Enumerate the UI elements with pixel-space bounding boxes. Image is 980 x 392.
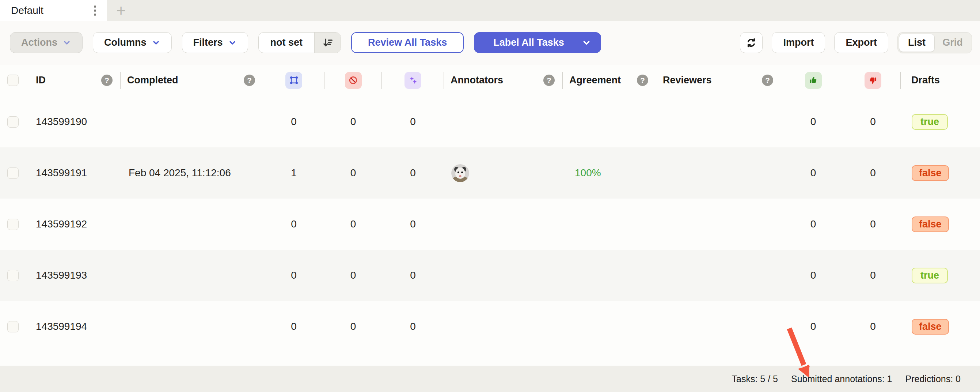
cell-rejected: 0 (845, 269, 901, 281)
predictions-count: Predictions: 0 (905, 374, 961, 384)
cell-annotations: 0 (263, 218, 325, 230)
tab-strip: Default + (0, 0, 980, 21)
drafts-badge: true (912, 268, 948, 284)
cell-rejected: 0 (845, 116, 901, 127)
cell-id: 143599194 (29, 321, 121, 332)
tab-default[interactable]: Default (0, 0, 107, 21)
add-tab-button[interactable]: + (107, 0, 135, 21)
ordering-button[interactable]: not set (258, 32, 341, 53)
cell-predictions: 0 (382, 218, 444, 230)
drafts-badge: true (912, 114, 948, 130)
row-checkbox[interactable] (7, 116, 19, 127)
tab-menu-kebab-icon[interactable] (91, 3, 99, 19)
annotations-count-icon (285, 72, 302, 89)
toolbar: Actions Columns Filters not set Review A… (0, 21, 980, 64)
table-row[interactable]: 143599191 Feb 04 2025, 11:12:06 1 0 0 10… (0, 147, 980, 199)
select-all-checkbox[interactable] (7, 75, 19, 86)
label-all-tasks-button[interactable]: Label All Tasks (474, 32, 601, 53)
view-list-label: List (908, 37, 926, 48)
header-agreement[interactable]: Agreement ? (563, 64, 656, 96)
thumbs-up-icon (805, 72, 822, 89)
cell-accepted: 0 (781, 218, 845, 230)
header-reviewers-label: Reviewers (663, 75, 712, 86)
cell-cancelled: 0 (325, 269, 382, 281)
cell-accepted: 0 (781, 269, 845, 281)
filters-button[interactable]: Filters (182, 32, 248, 53)
help-icon[interactable]: ? (244, 75, 255, 86)
cell-predictions: 0 (382, 167, 444, 179)
cell-id: 143599190 (29, 116, 121, 127)
tab-default-label: Default (11, 5, 43, 16)
cell-predictions: 0 (382, 116, 444, 127)
chevron-down-icon (152, 38, 161, 47)
table-row[interactable]: 143599193 0 0 0 0 0 true (0, 250, 980, 301)
header-select-all (0, 64, 29, 96)
predictions-sparkles-icon (404, 72, 421, 89)
ordering-value[interactable]: not set (259, 33, 315, 53)
row-checkbox[interactable] (7, 167, 19, 179)
header-drafts[interactable]: Drafts (901, 64, 980, 96)
cell-cancelled: 0 (325, 116, 382, 127)
columns-button[interactable]: Columns (93, 32, 172, 53)
header-completed[interactable]: Completed ? (121, 64, 263, 96)
table-row[interactable]: 143599190 0 0 0 0 0 true (0, 96, 980, 147)
cell-agreement: 100% (563, 167, 656, 179)
view-grid-label: Grid (942, 37, 963, 48)
view-grid-button[interactable]: Grid (935, 33, 970, 52)
header-reviewers[interactable]: Reviewers ? (656, 64, 781, 96)
review-all-tasks-label: Review All Tasks (368, 37, 447, 48)
header-drafts-label: Drafts (911, 75, 940, 86)
sort-descending-icon (321, 37, 334, 49)
header-cancelled-annotations[interactable] (325, 64, 382, 96)
tasks-count: Tasks: 5 / 5 (732, 374, 778, 384)
row-checkbox[interactable] (7, 321, 19, 332)
chevron-down-icon (228, 38, 237, 47)
help-icon[interactable]: ? (762, 75, 773, 86)
import-button[interactable]: Import (772, 32, 825, 53)
cell-annotations: 1 (263, 167, 325, 179)
row-checkbox[interactable] (7, 270, 19, 281)
header-predictions[interactable] (382, 64, 444, 96)
export-button[interactable]: Export (834, 32, 888, 53)
help-icon[interactable]: ? (101, 75, 113, 86)
annotator-avatar[interactable] (451, 164, 469, 182)
cancelled-annotations-icon (345, 72, 362, 89)
row-checkbox[interactable] (7, 219, 19, 230)
chevron-down-icon (582, 38, 591, 48)
table-row[interactable]: 143599192 0 0 0 0 0 false (0, 199, 980, 250)
header-completed-label: Completed (127, 75, 178, 86)
cell-id: 143599192 (29, 218, 121, 230)
cell-id: 143599191 (29, 167, 121, 179)
cell-completed: Feb 04 2025, 11:12:06 (121, 167, 263, 179)
actions-button[interactable]: Actions (10, 32, 83, 53)
help-icon[interactable]: ? (543, 75, 555, 86)
cell-cancelled: 0 (325, 218, 382, 230)
cell-annotators (444, 164, 563, 182)
cell-annotations: 0 (263, 116, 325, 127)
export-label: Export (846, 37, 877, 48)
table-header: ID ? Completed ? An (0, 64, 980, 96)
cell-id: 143599193 (29, 269, 121, 281)
header-reviews-rejected[interactable] (845, 64, 901, 96)
table-row[interactable]: 143599194 0 0 0 0 0 false (0, 301, 980, 352)
sort-direction-button[interactable] (314, 33, 340, 53)
label-all-tasks-label: Label All Tasks (493, 37, 564, 48)
header-annotators-label: Annotators (450, 75, 503, 86)
header-annotations-count[interactable] (263, 64, 325, 96)
help-icon[interactable]: ? (637, 75, 648, 86)
cell-rejected: 0 (845, 167, 901, 179)
import-label: Import (783, 37, 814, 48)
task-table-body: 143599190 0 0 0 0 0 true 143599191 Feb 0… (0, 96, 980, 352)
view-toggle: List Grid (897, 32, 972, 53)
header-id[interactable]: ID ? (29, 64, 121, 96)
header-reviews-accepted[interactable] (781, 64, 845, 96)
refresh-button[interactable] (740, 32, 763, 53)
view-list-button[interactable]: List (899, 33, 935, 52)
status-bar: Tasks: 5 / 5 Submitted annotations: 1 Pr… (0, 366, 980, 392)
cell-rejected: 0 (845, 218, 901, 230)
filters-label: Filters (193, 37, 223, 48)
cell-cancelled: 0 (325, 321, 382, 332)
columns-label: Columns (104, 37, 146, 48)
header-annotators[interactable]: Annotators ? (444, 64, 563, 96)
review-all-tasks-button[interactable]: Review All Tasks (351, 32, 464, 53)
